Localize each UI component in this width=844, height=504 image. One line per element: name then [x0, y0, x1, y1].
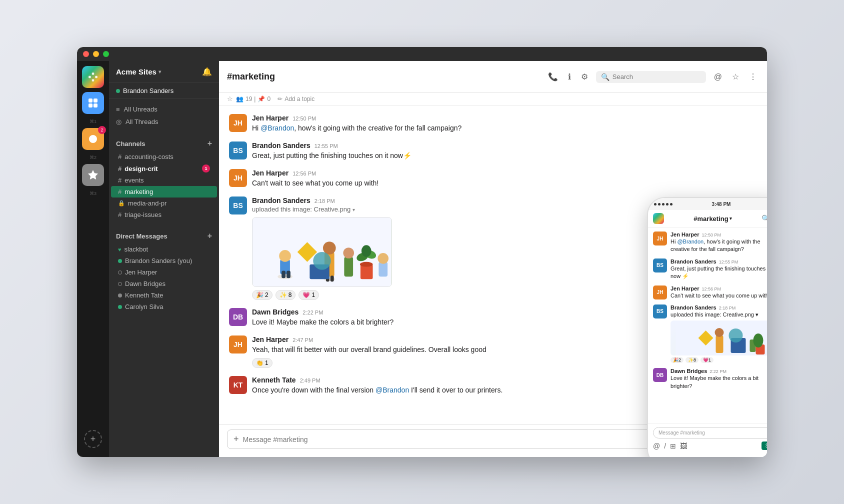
app-icon-1[interactable]	[82, 92, 104, 114]
phone-icon[interactable]: 📞	[546, 70, 560, 84]
uploaded-image[interactable]	[252, 217, 392, 287]
avatar: KT	[229, 376, 247, 394]
add-workspace-button[interactable]: +	[84, 430, 102, 448]
phone-speaker-bar: 3:48 PM	[648, 198, 767, 210]
phone-input-area: Message #marketing @ / ⊞ 🖼 Send	[648, 424, 767, 454]
reaction-button[interactable]: 🎉 2	[252, 290, 272, 300]
sender-name: Jen Harper	[252, 169, 288, 177]
phone-time: 12:50 PM	[702, 232, 721, 238]
more-icon[interactable]: ⋮	[747, 70, 759, 84]
phone-sender: Jen Harper	[670, 286, 699, 292]
chevron-down-icon: ▾	[158, 69, 161, 74]
sidebar-item-jen[interactable]: Jen Harper	[111, 266, 217, 278]
at-icon[interactable]: @	[712, 70, 724, 84]
sidebar-item-dawn[interactable]: Dawn Bridges	[111, 278, 217, 290]
add-topic-button[interactable]: ✏ Add a topic	[278, 96, 314, 102]
sidebar-item-events[interactable]: # events	[111, 174, 217, 186]
sidebar-item-brandon[interactable]: Brandon Sanders (you)	[111, 255, 217, 266]
sidebar-item-design-crit[interactable]: # design-crit 1	[111, 162, 217, 174]
search-input[interactable]	[612, 73, 701, 80]
channel-hash-icon: #	[118, 188, 122, 196]
avatar: JH	[229, 336, 247, 354]
phone-slash-icon[interactable]: /	[664, 442, 666, 450]
sidebar-item-carolyn[interactable]: Carolyn Silva	[111, 301, 217, 312]
sidebar-item-kenneth[interactable]: Kenneth Tate	[111, 290, 217, 301]
reaction-button[interactable]: 💗 1	[298, 290, 319, 300]
sender-name: Dawn Bridges	[252, 308, 298, 316]
phone-channel-header: #marketing ▾ 🔍 ⋮	[648, 210, 767, 228]
app-icon-3[interactable]	[82, 164, 104, 186]
mention: @Brandon	[376, 386, 409, 394]
sidebar-item-media-and-pr[interactable]: 🔒 media-and-pr	[111, 198, 217, 209]
phone-attachment-icon[interactable]: ⊞	[670, 442, 676, 450]
avatar: JH	[229, 114, 247, 132]
message-header: Jen Harper 12:56 PM	[252, 169, 757, 177]
message-group: JH Jen Harper 12:56 PM Can't wait to see…	[229, 169, 757, 188]
star-channel-button[interactable]: ☆	[227, 95, 233, 102]
sidebar-item-all-unreads[interactable]: ≡ All Unreads	[109, 103, 219, 116]
workspace-name[interactable]: Acme Sites ▾	[116, 68, 161, 76]
sidebar-item-triage-issues[interactable]: # triage-issues	[111, 209, 217, 220]
dm-header[interactable]: Direct Messages +	[109, 228, 219, 244]
app-icon-2[interactable]: 2	[82, 128, 104, 150]
phone-text: Great, just putting the finishing touche…	[670, 265, 767, 280]
phone-image-icon[interactable]: 🖼	[680, 442, 687, 450]
title-bar	[77, 47, 767, 61]
attach-button[interactable]: +	[234, 434, 239, 444]
avatar: JH	[229, 169, 247, 187]
add-dm-icon[interactable]: +	[208, 232, 212, 240]
sidebar-item-all-threads[interactable]: ◎ All Threads	[109, 116, 219, 128]
dropdown-icon: ▾	[352, 207, 355, 212]
phone-time: 3:48 PM	[712, 202, 731, 207]
channels-header[interactable]: Channels +	[109, 136, 219, 151]
svg-rect-0	[88, 76, 90, 78]
phone-send-button[interactable]: Send	[762, 442, 767, 450]
message-time: 12:55 PM	[314, 143, 338, 149]
phone-avatar: BS	[653, 304, 667, 318]
sender-name: Kenneth Tate	[252, 376, 296, 384]
lock-icon: 🔒	[118, 200, 125, 206]
phone-at-icon[interactable]: @	[653, 442, 660, 450]
shortcut-2: ⌘2	[90, 155, 96, 160]
message-text: Hi @Brandon, how's it going with the cre…	[252, 123, 757, 134]
message-content: Jen Harper 12:56 PM Can't wait to see wh…	[252, 169, 757, 188]
sidebar-item-slackbot[interactable]: ♥ slackbot	[111, 244, 217, 255]
phone-mockup: 3:48 PM #marketing ▾ 🔍 ⋮	[647, 197, 767, 457]
star-icon[interactable]: ☆	[730, 70, 741, 84]
phone-slack-logo	[653, 213, 664, 224]
channel-header: #marketing 📞 ℹ ⚙ 🔍 @ ☆ ⋮	[219, 61, 767, 93]
phone-message: BS Brandon Sanders 12:55 PM Great, just …	[653, 258, 767, 280]
channel-hash-icon: #	[118, 211, 122, 218]
phone-text: Can't wait to see what you come up with!	[670, 292, 767, 300]
shortcut-1: ⌘1	[90, 119, 96, 124]
pencil-icon: ✏	[278, 96, 282, 102]
pin-icon: 📌	[258, 96, 265, 102]
info-icon[interactable]: ℹ	[566, 70, 573, 84]
app-icon-strip: ⌘1 2 ⌘2 ⌘3 +	[77, 61, 109, 457]
reaction-button[interactable]: 👏 1	[252, 358, 272, 368]
add-channel-icon[interactable]: +	[208, 139, 212, 148]
close-button[interactable]	[83, 51, 89, 57]
reaction-button[interactable]: ✨ 8	[276, 290, 296, 300]
phone-header-icons: 🔍 ⋮	[762, 214, 767, 222]
phone-sender: Jen Harper	[670, 232, 699, 238]
svg-point-22	[343, 248, 354, 258]
slack-icon[interactable]	[82, 66, 104, 88]
notifications-icon[interactable]: 🔔	[202, 67, 212, 76]
phone-uploaded-image	[670, 320, 767, 356]
svg-rect-4	[88, 98, 92, 102]
minimize-button[interactable]	[93, 51, 99, 57]
sidebar-item-accounting-costs[interactable]: # accounting-costs	[111, 151, 217, 162]
svg-rect-5	[94, 98, 98, 102]
settings-icon[interactable]: ⚙	[579, 70, 590, 84]
search-box[interactable]: 🔍	[596, 71, 706, 83]
maximize-button[interactable]	[103, 51, 109, 57]
message-time: 2:22 PM	[302, 310, 323, 316]
phone-text: uploaded this image: Creative.png ▾	[670, 311, 767, 318]
svg-rect-20	[330, 276, 334, 282]
sidebar-item-marketing[interactable]: # marketing	[111, 186, 217, 198]
phone-message-input[interactable]: Message #marketing	[653, 427, 767, 438]
phone-search-icon[interactable]: 🔍	[762, 214, 767, 222]
avatar: BS	[229, 196, 247, 214]
channels-section: Channels + # accounting-costs # design-c…	[109, 132, 219, 224]
